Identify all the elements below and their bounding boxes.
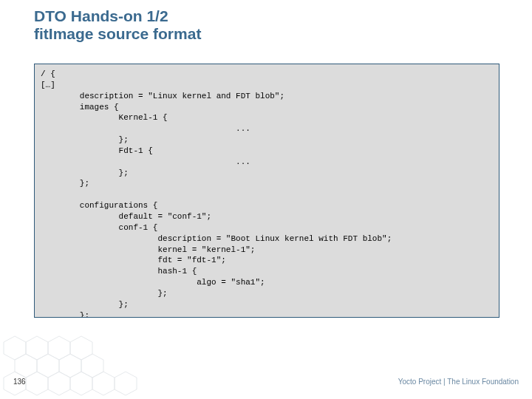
hex-background [0, 332, 192, 399]
svg-marker-2 [48, 336, 70, 360]
svg-marker-4 [15, 354, 37, 378]
svg-marker-5 [37, 354, 59, 378]
svg-marker-7 [81, 354, 103, 378]
page-number: 136 [13, 378, 26, 386]
footer-credit: Yocto Project | The Linux Foundation [398, 378, 519, 386]
slide: DTO Hands-on 1/2 fitImage source format … [0, 0, 532, 399]
svg-marker-3 [70, 336, 92, 360]
code-block: / { […] description = "Linux kernel and … [34, 64, 499, 318]
svg-marker-6 [59, 354, 81, 378]
svg-marker-12 [92, 372, 115, 395]
svg-marker-13 [115, 372, 137, 395]
svg-marker-1 [26, 336, 48, 360]
svg-marker-0 [4, 336, 26, 360]
slide-title: DTO Hands-on 1/2 fitImage source format [34, 7, 201, 43]
svg-marker-10 [48, 372, 70, 395]
svg-marker-9 [26, 372, 48, 395]
title-line-1: DTO Hands-on 1/2 [34, 7, 201, 25]
svg-marker-11 [70, 372, 92, 395]
title-line-2: fitImage source format [34, 25, 201, 43]
